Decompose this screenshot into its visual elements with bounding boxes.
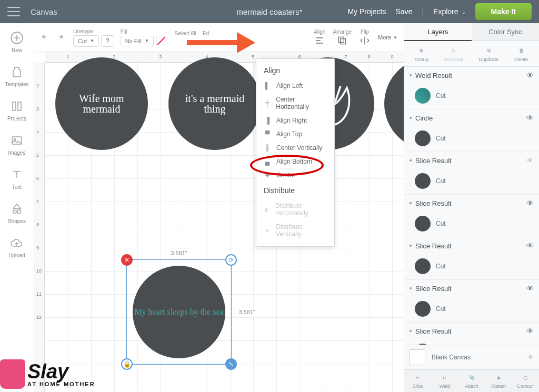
chevron-down-icon: ⌄ (462, 9, 466, 15)
coaster-1[interactable]: Wife mom mermaid (55, 57, 148, 150)
new-button[interactable]: New (9, 31, 24, 53)
distribute-header: Distribute (256, 182, 334, 199)
upload-button[interactable]: Upload (8, 236, 25, 258)
align-right-item[interactable]: ▐Align Right (256, 114, 334, 127)
align-right-icon: ▐ (264, 117, 271, 124)
layer-thumb (415, 216, 431, 232)
linetype-select[interactable]: Cut▼ (73, 35, 99, 47)
arrange-button[interactable]: Arrange (333, 29, 352, 46)
layer-item[interactable]: ▾Circle👁 Cut (404, 109, 539, 152)
coaster-2[interactable]: it's a mermaid thing (168, 57, 261, 150)
flip-icon (359, 35, 371, 46)
right-panel: Layers Color Sync ⊞Group ⊟UnGroup ⧉Dupli… (404, 23, 539, 392)
make-it-button[interactable]: Make It (475, 3, 532, 20)
contour-icon: ▢ (523, 373, 528, 383)
align-menu: Align ▌Align Left ╪Center Horizontally ▐… (256, 58, 335, 247)
rotate-handle[interactable]: ⟳ (225, 254, 237, 266)
images-button[interactable]: Images (8, 133, 26, 156)
align-button[interactable]: Align (314, 29, 325, 46)
align-top-item[interactable]: ▀Align Top (256, 127, 334, 141)
templates-button[interactable]: Templates (5, 65, 29, 87)
align-top-icon: ▀ (264, 130, 271, 138)
group-icon: ⊞ (416, 45, 427, 56)
select-all-button[interactable]: Select All (175, 31, 196, 36)
templates-icon (9, 65, 24, 79)
flatten-icon: ◈ (497, 373, 501, 383)
dim-height: 3.581" (237, 308, 257, 316)
undo-button[interactable] (41, 32, 50, 43)
visibility-hidden-icon[interactable]: 👁 (526, 156, 534, 165)
attach-button[interactable]: 📎Attach (458, 370, 485, 392)
layer-item[interactable]: ▾Slice Result👁 Cut (404, 152, 539, 195)
ungroup-icon: ⊟ (448, 45, 459, 56)
contour-button[interactable]: ▢Contour (512, 370, 539, 392)
visibility-icon[interactable]: 👁 (526, 242, 534, 250)
layer-item[interactable]: ▾Slice Result👁 Cut (404, 195, 539, 237)
scale-handle[interactable]: ⤡ (225, 358, 237, 370)
delete-handle[interactable]: ✕ (121, 254, 133, 266)
layer-thumb (415, 130, 431, 146)
right-panel-tabs: Layers Color Sync (404, 23, 539, 41)
layer-tools: ⊞Group ⊟UnGroup ⧉Duplicate 🗑Delete (404, 41, 539, 67)
right-panel-footer: ✂Slice ∪Weld 📎Attach ◈Flatten ▢Contour (404, 369, 539, 392)
coaster-heart[interactable]: My heart sleeps by the sea (133, 266, 225, 358)
fill-select[interactable]: No Fill▼ (121, 36, 154, 46)
my-projects-link[interactable]: My Projects (347, 7, 386, 16)
dist-v-item: ≡Distribute Vertically (256, 220, 334, 241)
weld-button[interactable]: ∪Weld (431, 370, 458, 392)
slice-button[interactable]: ✂Slice (404, 370, 431, 392)
flip-button[interactable]: Flip (359, 29, 371, 46)
center-icon: ✚ (264, 172, 271, 179)
menu-icon[interactable] (7, 7, 20, 16)
redo-button[interactable] (55, 32, 65, 43)
color-sync-tab[interactable]: Color Sync (472, 23, 539, 41)
dist-h-item: ⫼Distribute Horizontally (256, 199, 334, 220)
center-h-icon: ╪ (264, 99, 271, 107)
visibility-hidden-icon[interactable]: 👁 (527, 354, 534, 361)
projects-button[interactable]: Projects (7, 99, 26, 122)
align-left-item[interactable]: ▌Align Left (256, 79, 334, 93)
left-rail: New Templates Projects Images Text Shape… (0, 23, 34, 392)
visibility-icon[interactable]: 👁 (526, 71, 534, 79)
flatten-button[interactable]: ◈Flatten (485, 370, 512, 392)
canvas-area[interactable]: 123456789 23456789101112 Wife mom mermai… (34, 52, 404, 392)
project-title[interactable]: mermaid coasters* (236, 7, 302, 16)
visibility-icon[interactable]: 👁 (526, 284, 534, 293)
layer-item[interactable]: ▾Slice Result👁 Cut (404, 237, 539, 280)
fill-swatch[interactable] (156, 36, 165, 45)
more-button[interactable]: More▼ (378, 34, 397, 41)
visibility-icon[interactable]: 👁 (526, 327, 534, 335)
divider: | (422, 7, 424, 16)
center-h-item[interactable]: ╪Center Horizontally (256, 93, 334, 114)
ruler-vertical: 23456789101112 (34, 63, 45, 392)
toolbar: Linetype Cut▼ ? Fill No Fill▼ Select All… (34, 23, 404, 52)
blank-canvas-row[interactable]: Blank Canvas 👁 (404, 345, 539, 369)
align-menu-header: Align (256, 64, 334, 79)
layer-item[interactable]: ▾Weld Result👁 Cut (404, 67, 539, 109)
layer-item[interactable]: ▾Slice Result👁 Cut (404, 280, 539, 323)
delete-button[interactable]: 🗑Delete (514, 45, 528, 62)
text-button[interactable]: Text (9, 167, 24, 190)
layers-tab[interactable]: Layers (404, 23, 472, 41)
align-bottom-item[interactable]: ▄Align Bottom (256, 155, 334, 168)
duplicate-button[interactable]: ⧉Duplicate (479, 45, 499, 62)
align-icon (314, 35, 325, 46)
explore-link[interactable]: Explore⌄ (433, 7, 465, 16)
lock-handle[interactable]: 🔒 (121, 358, 133, 370)
images-icon (9, 133, 24, 148)
edit-button[interactable]: Ed (203, 31, 209, 36)
plus-icon (9, 31, 24, 45)
center-v-item[interactable]: ╫Center Vertically (256, 141, 334, 155)
visibility-icon[interactable]: 👁 (526, 114, 534, 122)
save-link[interactable]: Save (396, 7, 413, 16)
shapes-button[interactable]: Shapes (8, 202, 26, 224)
top-right-nav: My Projects Save | Explore⌄ Make It (347, 3, 532, 20)
visibility-icon[interactable]: 👁 (526, 199, 534, 207)
linetype-help[interactable]: ? (101, 35, 114, 47)
svg-rect-5 (17, 210, 21, 213)
linetype-group: Linetype Cut▼ ? (73, 28, 114, 47)
layer-item[interactable]: ▾Slice Result👁 Cut (404, 323, 539, 345)
center-item[interactable]: ✚Center (256, 168, 334, 182)
slice-icon: ✂ (416, 373, 420, 383)
group-button[interactable]: ⊞Group (415, 45, 428, 62)
